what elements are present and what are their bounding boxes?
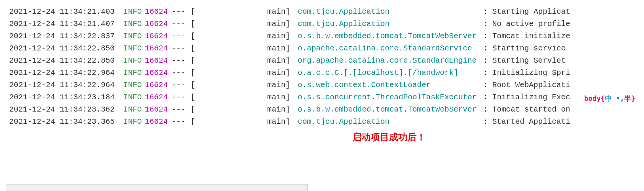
log-level: INFO bbox=[120, 30, 145, 42]
log-output: 2021-12-24 11:34:21.403INFO16624---[main… bbox=[0, 6, 644, 128]
log-pid: 16624 bbox=[145, 116, 172, 128]
log-line: 2021-12-24 11:34:23.184INFO16624---[main… bbox=[9, 91, 644, 104]
log-thread: main] bbox=[267, 6, 298, 18]
log-pid: 16624 bbox=[145, 6, 172, 18]
log-pid: 16624 bbox=[145, 42, 172, 55]
log-logger: org.apache.catalina.core.StandardEngine bbox=[298, 55, 483, 67]
log-timestamp: 2021-12-24 11:34:23.184 bbox=[9, 91, 120, 104]
log-bracket: [ bbox=[191, 116, 267, 128]
log-colon: : bbox=[483, 18, 492, 30]
log-timestamp: 2021-12-24 11:34:22.850 bbox=[9, 42, 120, 55]
log-separator: --- bbox=[172, 6, 191, 18]
log-timestamp: 2021-12-24 11:34:21.407 bbox=[9, 18, 120, 30]
log-message: Started Applicati bbox=[492, 116, 570, 128]
ime-brace-open: { bbox=[601, 94, 605, 102]
log-colon: : bbox=[483, 79, 492, 91]
log-logger: o.s.web.context.ContextLoader bbox=[298, 79, 483, 91]
log-line: 2021-12-24 11:34:22.850INFO16624---[main… bbox=[9, 55, 644, 67]
log-bracket: [ bbox=[191, 18, 267, 30]
log-level: INFO bbox=[120, 104, 145, 116]
log-logger: o.s.b.w.embedded.tomcat.TomcatWebServer bbox=[298, 104, 483, 116]
log-pid: 16624 bbox=[145, 104, 172, 116]
log-bracket: [ bbox=[191, 55, 267, 67]
log-thread: main] bbox=[267, 42, 298, 55]
log-level: INFO bbox=[120, 116, 145, 128]
log-level: INFO bbox=[120, 91, 145, 104]
log-timestamp: 2021-12-24 11:34:22.837 bbox=[9, 30, 120, 42]
log-level: INFO bbox=[120, 67, 145, 79]
log-message: Tomcat started on bbox=[492, 104, 570, 116]
log-timestamp: 2021-12-24 11:34:23.365 bbox=[9, 116, 120, 128]
log-timestamp: 2021-12-24 11:34:22.850 bbox=[9, 55, 120, 67]
log-message: No active profile bbox=[492, 18, 570, 30]
ime-brace-close: } bbox=[631, 94, 635, 102]
log-thread: main] bbox=[267, 18, 298, 30]
log-line: 2021-12-24 11:34:23.365INFO16624---[main… bbox=[9, 116, 644, 128]
log-pid: 16624 bbox=[145, 18, 172, 30]
log-logger: com.tjcu.Application bbox=[298, 116, 483, 128]
log-separator: --- bbox=[172, 67, 191, 79]
log-level: INFO bbox=[120, 18, 145, 30]
log-logger: o.s.b.w.embedded.tomcat.TomcatWebServer bbox=[298, 30, 483, 42]
log-line: 2021-12-24 11:34:23.362INFO16624---[main… bbox=[9, 104, 644, 116]
log-thread: main] bbox=[267, 67, 298, 79]
log-bracket: [ bbox=[191, 67, 267, 79]
log-bracket: [ bbox=[191, 91, 267, 104]
log-level: INFO bbox=[120, 6, 145, 18]
log-thread: main] bbox=[267, 30, 298, 42]
log-separator: --- bbox=[172, 42, 191, 55]
log-thread: main] bbox=[267, 79, 298, 91]
success-banner: 启动项目成功后！ bbox=[0, 130, 644, 144]
log-separator: --- bbox=[172, 55, 191, 67]
log-logger: com.tjcu.Application bbox=[298, 18, 483, 30]
log-message: Starting Applicat bbox=[492, 6, 570, 18]
log-message: Starting service bbox=[492, 42, 566, 55]
log-logger: o.apache.catalina.core.StandardService bbox=[298, 42, 483, 55]
log-message: Initializing Spri bbox=[492, 67, 570, 79]
log-level: INFO bbox=[120, 79, 145, 91]
log-colon: : bbox=[483, 42, 492, 55]
log-bracket: [ bbox=[191, 6, 267, 18]
ime-status-overlay: body{中 •,半} bbox=[583, 93, 636, 105]
log-colon: : bbox=[483, 104, 492, 116]
log-logger: o.s.s.concurrent.ThreadPoolTaskExecutor bbox=[298, 91, 483, 104]
log-colon: : bbox=[483, 91, 492, 104]
log-pid: 16624 bbox=[145, 30, 172, 42]
log-bracket: [ bbox=[191, 42, 267, 55]
log-colon: : bbox=[483, 30, 492, 42]
log-bracket: [ bbox=[191, 104, 267, 116]
log-colon: : bbox=[483, 116, 492, 128]
log-message: Root WebApplicati bbox=[492, 79, 570, 91]
log-separator: --- bbox=[172, 79, 191, 91]
log-timestamp: 2021-12-24 11:34:21.403 bbox=[9, 6, 120, 18]
log-message: Initializing Exec bbox=[492, 91, 570, 104]
log-line: 2021-12-24 11:34:22.837INFO16624---[main… bbox=[9, 30, 644, 42]
log-level: INFO bbox=[120, 55, 145, 67]
log-separator: --- bbox=[172, 30, 191, 42]
ime-chinese2: 半 bbox=[624, 94, 631, 102]
log-message: Starting Servlet bbox=[492, 55, 566, 67]
log-bracket: [ bbox=[191, 79, 267, 91]
ime-dot: •, bbox=[616, 94, 624, 102]
log-level: INFO bbox=[120, 42, 145, 55]
log-separator: --- bbox=[172, 116, 191, 128]
ime-body-text: body bbox=[584, 94, 600, 102]
log-pid: 16624 bbox=[145, 91, 172, 104]
log-thread: main] bbox=[267, 55, 298, 67]
log-bracket: [ bbox=[191, 30, 267, 42]
log-pid: 16624 bbox=[145, 79, 172, 91]
log-colon: : bbox=[483, 55, 492, 67]
log-thread: main] bbox=[267, 104, 298, 116]
log-separator: --- bbox=[172, 91, 191, 104]
log-thread: main] bbox=[267, 91, 298, 104]
log-logger: com.tjcu.Application bbox=[298, 6, 483, 18]
log-colon: : bbox=[483, 6, 492, 18]
log-thread: main] bbox=[267, 116, 298, 128]
log-line: 2021-12-24 11:34:22.964INFO16624---[main… bbox=[9, 67, 644, 79]
log-timestamp: 2021-12-24 11:34:23.362 bbox=[9, 104, 120, 116]
log-message: Tomcat initialize bbox=[492, 30, 570, 42]
log-pid: 16624 bbox=[145, 67, 172, 79]
log-separator: --- bbox=[172, 104, 191, 116]
ime-chinese1: 中 bbox=[605, 94, 612, 102]
log-line: 2021-12-24 11:34:21.403INFO16624---[main… bbox=[9, 6, 644, 18]
